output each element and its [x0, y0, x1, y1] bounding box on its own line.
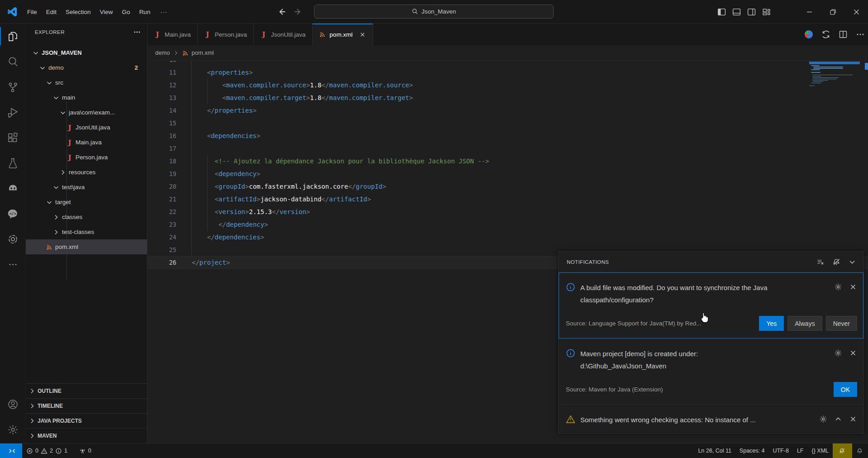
tree-item-test-java[interactable]: test\java [26, 180, 147, 195]
status-ln-26-col-11[interactable]: Ln 26, Col 11 [694, 444, 735, 458]
code-line-15[interactable]: 15 [147, 117, 868, 129]
tree-item-resources[interactable]: resources [26, 165, 147, 180]
tree-item-target[interactable]: target [26, 195, 147, 210]
close-tab-icon[interactable] [359, 31, 366, 38]
code-line-19[interactable]: 19 <dependency> [147, 167, 868, 180]
do-not-disturb-indicator[interactable] [833, 444, 852, 458]
tree-item-main[interactable]: main [26, 90, 147, 105]
breadcrumb-folder[interactable]: demo [155, 49, 170, 56]
menu-run[interactable]: Run [135, 7, 155, 17]
sidebar-section-java-projects[interactable]: JAVA PROJECTS [26, 413, 147, 428]
menu-file[interactable]: File [23, 7, 42, 17]
editor-more-actions-icon[interactable] [855, 29, 865, 39]
code-line-23[interactable]: 23 </dependency> [147, 218, 868, 231]
tab-jsonutil.java[interactable]: JJsonUtil.java [254, 24, 313, 45]
activity-run-debug[interactable] [0, 100, 26, 125]
tree-item-json-maven[interactable]: JSON_MAVEN [26, 45, 147, 60]
sidebar-section-outline[interactable]: OUTLINE [26, 383, 147, 398]
ok-button[interactable]: OK [834, 382, 857, 397]
sidebar-section-timeline[interactable]: TIMELINE [26, 398, 147, 413]
tab-person.java[interactable]: JPerson.java [198, 24, 254, 45]
activity-explorer[interactable] [0, 24, 26, 49]
code-line-16[interactable]: 16 <dependencies> [147, 129, 868, 142]
menu-view[interactable]: View [95, 7, 118, 17]
status-lf[interactable]: LF [793, 444, 808, 458]
tree-item-jsonutil-java[interactable]: JJsonUtil.java [26, 120, 147, 135]
code-line-11[interactable]: 11 <properties> [147, 66, 868, 79]
bell-slash-icon[interactable] [832, 258, 840, 266]
gear-icon[interactable] [834, 283, 842, 291]
code-line-12[interactable]: 12 <maven.compiler.source>1.8</maven.com… [147, 79, 868, 91]
yes-button[interactable]: Yes [759, 316, 784, 331]
gear-icon[interactable] [819, 415, 827, 423]
never-button[interactable]: Never [826, 316, 857, 331]
activity-openai[interactable] [0, 226, 26, 252]
command-center-search[interactable]: Json_Maven [314, 5, 554, 19]
activity-account[interactable] [0, 391, 26, 417]
status-spaces-4[interactable]: Spaces: 4 [735, 444, 769, 458]
tree-item-demo[interactable]: demo2 [26, 60, 147, 75]
close-icon[interactable] [849, 349, 857, 357]
chevron-up-icon[interactable] [834, 415, 842, 423]
activity-testing[interactable] [0, 150, 26, 176]
code-line-10[interactable]: 10 [147, 61, 868, 66]
code-line-22[interactable]: 22 <version>2.15.3</version> [147, 205, 868, 218]
breadcrumb[interactable]: demo pom.xml [147, 45, 868, 61]
code-line-18[interactable]: 18 <!-- Ajoutez la dépendance Jackson po… [147, 155, 868, 167]
close-icon[interactable] [849, 283, 857, 291]
notifications-bell[interactable] [852, 444, 868, 458]
forward-arrow-button[interactable] [293, 7, 303, 17]
sidebar-section-maven[interactable]: MAVEN [26, 428, 147, 443]
back-arrow-button[interactable] [277, 7, 287, 17]
always-button[interactable]: Always [787, 316, 822, 331]
code-line-24[interactable]: 24 </dependencies> [147, 231, 868, 243]
tab-main.java[interactable]: JMain.java [147, 24, 198, 45]
extension-pie-icon[interactable] [804, 29, 814, 39]
activity-more[interactable] [0, 252, 26, 277]
close-window-button[interactable] [844, 0, 868, 24]
gear-icon[interactable] [834, 349, 842, 357]
code-line-20[interactable]: 20 <groupId>com.fasterxml.jackson.core</… [147, 180, 868, 193]
tree-item-java-com-exam-[interactable]: java\com\exam... [26, 105, 147, 120]
toggle-panel-icon[interactable] [732, 7, 741, 17]
tree-item-person-java[interactable]: JPerson.java [26, 150, 147, 165]
notification-toast-2[interactable]: Maven project [demo] is created under: d… [559, 339, 863, 405]
remote-indicator[interactable] [0, 444, 22, 458]
breadcrumb-file[interactable]: pom.xml [192, 49, 214, 56]
menu-selection[interactable]: Selection [61, 7, 95, 17]
status--xml[interactable]: {} XML [807, 444, 833, 458]
activity-settings[interactable] [0, 417, 26, 442]
notification-toast-1[interactable]: A build file was modified. Do you want t… [559, 272, 863, 339]
tab-pom.xml[interactable]: pom.xml [313, 24, 373, 45]
tree-item-pom-xml[interactable]: pom.xml [26, 239, 147, 254]
activity-search[interactable] [0, 49, 26, 74]
minimize-button[interactable] [797, 0, 821, 24]
close-icon[interactable] [849, 415, 857, 423]
toggle-sidebar-icon[interactable] [717, 7, 726, 17]
menu-go[interactable]: Go [118, 7, 135, 17]
split-editor-icon[interactable] [838, 29, 848, 39]
activity-chat[interactable]: </> [0, 201, 26, 226]
chevron-down-icon[interactable] [848, 258, 856, 266]
tree-item-main-java[interactable]: JMain.java [26, 135, 147, 150]
menu-edit[interactable]: Edit [42, 7, 61, 17]
customize-layout-icon[interactable] [762, 7, 771, 17]
ports-indicator[interactable]: 0 [75, 444, 95, 458]
explorer-more-actions-icon[interactable] [133, 29, 141, 36]
sync-icon[interactable] [821, 29, 831, 39]
notification-toast-3[interactable]: Something went wrong checking access: No… [559, 405, 863, 433]
code-line-17[interactable]: 17 [147, 142, 868, 155]
clear-all-icon[interactable] [816, 258, 825, 266]
minimap[interactable] [809, 62, 860, 84]
tree-item-test-classes[interactable]: test-classes [26, 224, 147, 239]
activity-source-control[interactable] [0, 74, 26, 100]
activity-extensions[interactable] [0, 125, 26, 150]
tree-item-classes[interactable]: classes [26, 210, 147, 224]
problems-indicator[interactable]: 0 2 1 [22, 444, 71, 458]
code-line-21[interactable]: 21 <artifactId>jackson-databind</artifac… [147, 193, 868, 205]
menu-overflow-button[interactable]: ··· [156, 7, 172, 17]
toggle-secondary-sidebar-icon[interactable] [747, 7, 756, 17]
code-line-13[interactable]: 13 <maven.compiler.target>1.8</maven.com… [147, 91, 868, 104]
code-line-14[interactable]: 14 </properties> [147, 104, 868, 117]
restore-button[interactable] [821, 0, 844, 24]
